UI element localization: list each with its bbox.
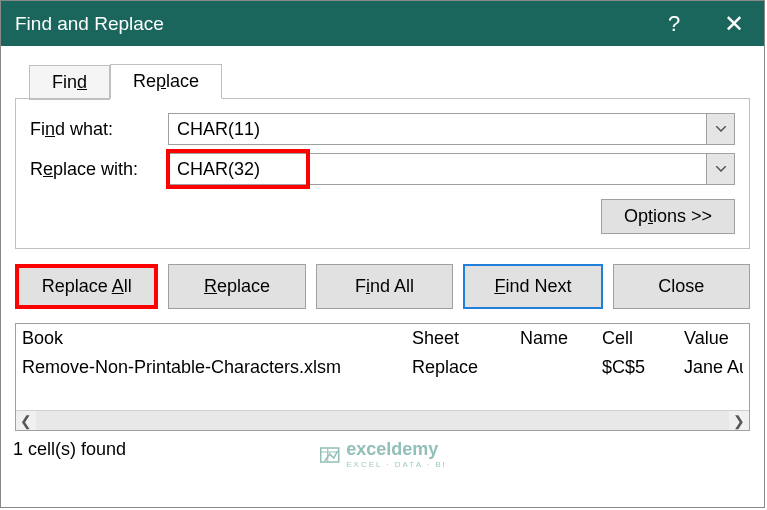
find-what-label: Find what: bbox=[30, 119, 168, 140]
results-header: Book Sheet Name Cell Value bbox=[16, 324, 749, 353]
find-all-button[interactable]: Find All bbox=[316, 264, 453, 309]
options-row: Options >> bbox=[30, 199, 735, 234]
find-what-input[interactable] bbox=[169, 114, 706, 144]
find-what-dropdown-button[interactable] bbox=[706, 114, 734, 144]
action-buttons: Replace All Replace Find All Find Next C… bbox=[1, 250, 764, 323]
form-panel: Find what: Replace with: Options >> bbox=[15, 98, 750, 249]
scroll-left-arrow-icon[interactable]: ❮ bbox=[16, 411, 36, 431]
col-header-book[interactable]: Book bbox=[22, 328, 412, 349]
col-header-name[interactable]: Name bbox=[520, 328, 602, 349]
find-next-button[interactable]: Find Next bbox=[463, 264, 602, 309]
find-replace-dialog: Find and Replace ? ✕ Find Replace Find w… bbox=[0, 0, 765, 508]
tab-find[interactable]: Find bbox=[29, 65, 110, 100]
chevron-down-icon bbox=[716, 166, 726, 172]
cell-cell: $C$5 bbox=[602, 357, 684, 378]
cell-book: Remove-Non-Printable-Characters.xlsm bbox=[22, 357, 412, 378]
title-bar: Find and Replace ? ✕ bbox=[1, 1, 764, 46]
help-button[interactable]: ? bbox=[644, 1, 704, 46]
tab-replace[interactable]: Replace bbox=[110, 64, 222, 99]
tab-replace-label: Replace bbox=[133, 71, 199, 91]
col-header-sheet[interactable]: Sheet bbox=[412, 328, 520, 349]
tab-strip: Find Replace bbox=[1, 46, 764, 99]
tab-find-label: Find bbox=[52, 72, 87, 92]
scroll-track[interactable] bbox=[36, 411, 729, 430]
col-header-cell[interactable]: Cell bbox=[602, 328, 684, 349]
options-button[interactable]: Options >> bbox=[601, 199, 735, 234]
results-list[interactable]: Book Sheet Name Cell Value Remove-Non-Pr… bbox=[15, 323, 750, 431]
scroll-right-arrow-icon[interactable]: ❯ bbox=[729, 411, 749, 431]
replace-all-button[interactable]: Replace All bbox=[15, 264, 158, 309]
col-header-value[interactable]: Value bbox=[684, 328, 743, 349]
status-bar: 1 cell(s) found bbox=[7, 435, 750, 464]
replace-button[interactable]: Replace bbox=[168, 264, 305, 309]
cell-name bbox=[520, 357, 602, 378]
find-what-combo[interactable] bbox=[168, 113, 735, 145]
replace-with-input[interactable] bbox=[169, 154, 706, 184]
replace-with-combo[interactable] bbox=[168, 153, 735, 185]
find-what-row: Find what: bbox=[30, 113, 735, 145]
horizontal-scrollbar[interactable]: ❮ ❯ bbox=[16, 410, 749, 430]
chevron-down-icon bbox=[716, 126, 726, 132]
cell-value: Jane Austin bbox=[684, 357, 743, 378]
dialog-title: Find and Replace bbox=[15, 13, 644, 35]
replace-with-dropdown-button[interactable] bbox=[706, 154, 734, 184]
replace-with-label: Replace with: bbox=[30, 159, 168, 180]
replace-with-row: Replace with: bbox=[30, 153, 735, 185]
close-window-button[interactable]: ✕ bbox=[704, 1, 764, 46]
results-row[interactable]: Remove-Non-Printable-Characters.xlsm Rep… bbox=[16, 353, 749, 382]
cell-sheet: Replace bbox=[412, 357, 520, 378]
close-button[interactable]: Close bbox=[613, 264, 750, 309]
